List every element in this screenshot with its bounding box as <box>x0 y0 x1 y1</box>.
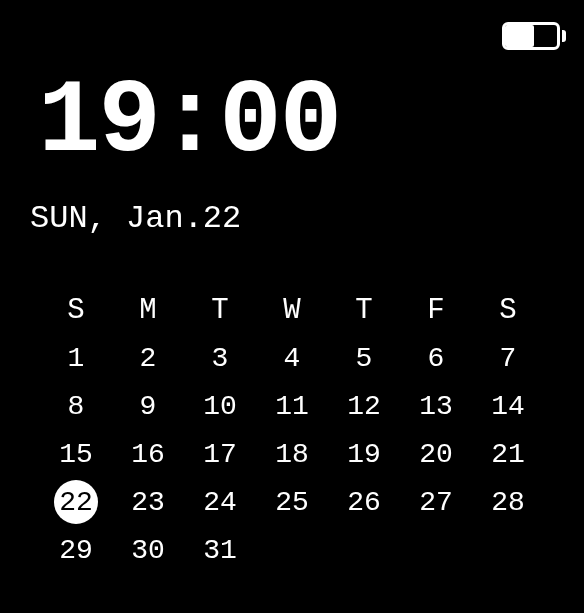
calendar-day: 6 <box>400 334 472 382</box>
calendar-day: 27 <box>400 478 472 526</box>
calendar-header-row: S M T W T F S <box>40 286 544 334</box>
calendar-day: 13 <box>400 382 472 430</box>
calendar-day: 16 <box>112 430 184 478</box>
weekday-label: W <box>256 286 328 334</box>
calendar-day: 21 <box>472 430 544 478</box>
calendar-day: 30 <box>112 526 184 574</box>
calendar-day <box>256 526 328 574</box>
calendar-day: 1 <box>40 334 112 382</box>
calendar-week-row: 22 23 24 25 26 27 28 <box>40 478 544 526</box>
calendar-day: 8 <box>40 382 112 430</box>
calendar-day: 5 <box>328 334 400 382</box>
battery-indicator <box>502 22 566 50</box>
calendar-day: 29 <box>40 526 112 574</box>
calendar-week-row: 15 16 17 18 19 20 21 <box>40 430 544 478</box>
calendar-week-row: 1 2 3 4 5 6 7 <box>40 334 544 382</box>
calendar-day <box>328 526 400 574</box>
calendar-day-today: 22 <box>40 478 112 526</box>
calendar-day: 4 <box>256 334 328 382</box>
calendar-day <box>472 526 544 574</box>
calendar-day: 2 <box>112 334 184 382</box>
calendar-day: 19 <box>328 430 400 478</box>
calendar-day: 24 <box>184 478 256 526</box>
weekday-label: S <box>472 286 544 334</box>
calendar-day: 15 <box>40 430 112 478</box>
calendar-week-row: 29 30 31 <box>40 526 544 574</box>
calendar-day: 31 <box>184 526 256 574</box>
weekday-label: M <box>112 286 184 334</box>
clock-date: SUN, Jan.22 <box>30 200 241 237</box>
calendar-day: 3 <box>184 334 256 382</box>
calendar-day: 9 <box>112 382 184 430</box>
calendar-day: 28 <box>472 478 544 526</box>
clock-time: 19:00 <box>38 70 340 174</box>
weekday-label: T <box>184 286 256 334</box>
calendar-day: 11 <box>256 382 328 430</box>
calendar-day: 23 <box>112 478 184 526</box>
battery-body <box>502 22 560 50</box>
battery-fill <box>505 25 534 47</box>
calendar-day: 10 <box>184 382 256 430</box>
weekday-label: T <box>328 286 400 334</box>
calendar-day: 17 <box>184 430 256 478</box>
calendar-day: 14 <box>472 382 544 430</box>
calendar-day: 20 <box>400 430 472 478</box>
calendar-week-row: 8 9 10 11 12 13 14 <box>40 382 544 430</box>
calendar: S M T W T F S 1 2 3 4 5 6 7 8 9 10 11 12… <box>40 286 544 574</box>
weekday-label: S <box>40 286 112 334</box>
weekday-label: F <box>400 286 472 334</box>
calendar-day: 12 <box>328 382 400 430</box>
calendar-day <box>400 526 472 574</box>
calendar-day: 25 <box>256 478 328 526</box>
calendar-day: 18 <box>256 430 328 478</box>
calendar-day: 7 <box>472 334 544 382</box>
battery-nub <box>562 30 566 42</box>
calendar-day: 26 <box>328 478 400 526</box>
